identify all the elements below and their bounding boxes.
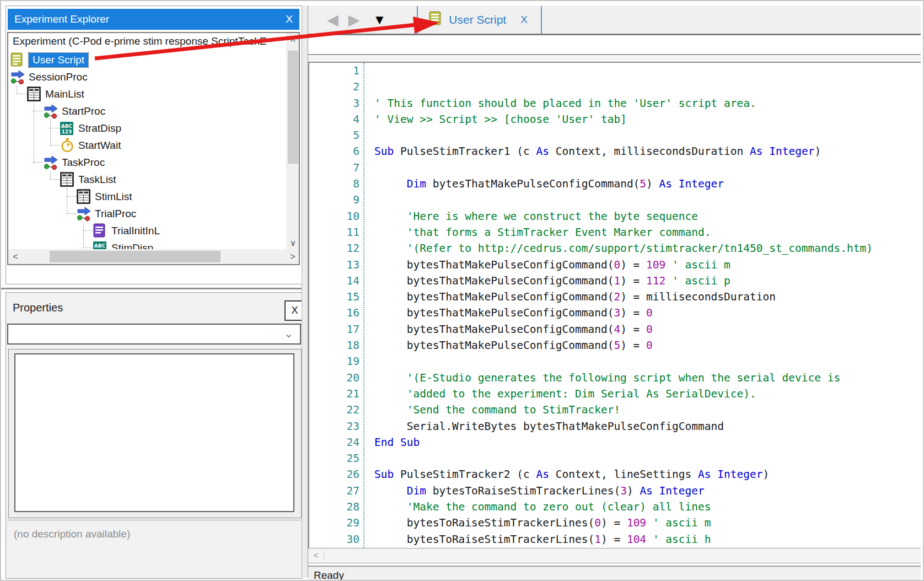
- tree-item-label: TrialProc: [95, 208, 136, 220]
- tree-item-label: TaskProc: [62, 157, 105, 169]
- line-number: 19: [309, 353, 359, 369]
- tree-item-label: StimList: [95, 191, 132, 203]
- tree-item-sessionproc[interactable]: SessionProc: [10, 68, 88, 85]
- tree-item-trialproc[interactable]: TrialProc: [77, 205, 136, 222]
- tree-connector: [50, 145, 60, 146]
- line-number: 18: [309, 337, 359, 353]
- tree-item-stratdisp[interactable]: ABC123StratDisp: [60, 120, 121, 137]
- line-number: 16: [309, 305, 359, 321]
- nav-back-icon[interactable]: ◀: [327, 11, 339, 29]
- tree-item-label: TrialInitInL: [111, 225, 160, 237]
- line-number: 9: [309, 192, 359, 208]
- code-line: bytesThatMakePulseConfigCommand(3) = 0: [374, 305, 873, 321]
- editor-horizontal-scrollbar[interactable]: <: [308, 548, 921, 563]
- textdisplay-icon: ABC123: [60, 121, 75, 136]
- inline-icon: [93, 223, 108, 238]
- code-line: 'added to the experiment: Dim Serial As …: [374, 386, 873, 402]
- code-line: [374, 127, 873, 143]
- script-editor[interactable]: 1234567891011121314151617181920212223242…: [308, 63, 921, 548]
- tree-hscroll-thumb[interactable]: [50, 251, 221, 262]
- horizontal-splitter[interactable]: [1, 288, 302, 289]
- code-line: bytesThatMakePulseConfigCommand(5) = 0: [374, 337, 873, 353]
- tree-root-item[interactable]: Experiment (C-Pod e-prime stim response …: [13, 35, 287, 47]
- tree-connector: [50, 179, 60, 180]
- tree-item-stimlist[interactable]: StimList: [77, 188, 132, 205]
- code-line: ' View >> Script >> [choose 'User' tab]: [374, 111, 873, 127]
- properties-list[interactable]: [14, 353, 294, 512]
- tree-connector: [50, 119, 51, 145]
- scroll-up-icon[interactable]: ∧: [286, 33, 300, 45]
- vertical-splitter[interactable]: [302, 6, 308, 578]
- line-number-gutter: 1234567891011121314151617181920212223242…: [309, 63, 359, 547]
- proc-icon: [77, 206, 92, 221]
- chevron-down-icon[interactable]: ⌄: [284, 327, 293, 340]
- properties-list-container: [8, 349, 302, 518]
- tree-item-startwait[interactable]: StartWait: [60, 137, 121, 154]
- tree-connector: [50, 128, 60, 128]
- tab-list-dropdown-icon[interactable]: ▼: [373, 12, 386, 28]
- user-script-tab[interactable]: User Script X: [418, 11, 539, 28]
- code-text-area[interactable]: ' This function should be placed in the …: [374, 63, 873, 547]
- code-line: End Sub: [374, 434, 873, 450]
- code-line: [374, 353, 873, 369]
- experiment-tree: Experiment (C-Pod e-prime stim response …: [7, 32, 300, 265]
- tree-item-user-script[interactable]: User Script: [10, 51, 88, 68]
- tab-close-icon[interactable]: X: [520, 14, 528, 26]
- code-line: [374, 450, 873, 466]
- tree-connector: [83, 248, 93, 248]
- code-line: '(E-Studio generates the following scrip…: [374, 370, 873, 386]
- status-text: Ready: [314, 569, 344, 581]
- code-line: [374, 160, 873, 176]
- status-bar: Ready: [308, 566, 921, 581]
- code-line: [374, 192, 873, 208]
- tree-item-label: StartProc: [62, 105, 105, 117]
- scroll-down-icon[interactable]: ∨: [286, 237, 300, 249]
- line-number: 3: [309, 95, 359, 111]
- tree-vertical-scrollbar[interactable]: ∧ ∨: [286, 33, 300, 249]
- line-number: 12: [309, 240, 359, 256]
- proc-icon: [44, 104, 58, 119]
- explorer-close-button[interactable]: X: [286, 13, 293, 25]
- tree-connector: [50, 171, 51, 179]
- tree-connector: [33, 162, 44, 163]
- tree-item-startproc[interactable]: StartProc: [44, 103, 105, 120]
- tree-item-taskproc[interactable]: TaskProc: [44, 154, 105, 171]
- properties-object-dropdown[interactable]: ⌄: [7, 324, 301, 345]
- code-line: [374, 63, 873, 79]
- tree-connector: [67, 188, 67, 213]
- code-line: ' This function should be placed in the …: [374, 95, 873, 111]
- script-icon: [10, 52, 25, 67]
- nav-forward-icon[interactable]: ▶: [348, 11, 360, 29]
- line-number: 17: [309, 321, 359, 337]
- properties-description-area: (no description available): [7, 520, 301, 577]
- tree-item-tasklist[interactable]: TaskList: [60, 171, 116, 188]
- code-line: [374, 79, 873, 95]
- e-studio-window: Experiment Explorer X Experiment (C-Pod …: [0, 0, 924, 581]
- code-line: Sub PulseStimTracker2 (c As Context, lin…: [374, 466, 873, 482]
- properties-panel: Properties X ⌄ (no description available…: [6, 292, 303, 579]
- line-number: 2: [309, 79, 359, 95]
- code-line: 'Send the command to StimTracker!: [374, 402, 873, 418]
- line-number: 29: [309, 515, 359, 531]
- list-icon: [27, 87, 42, 101]
- tree-connector: [66, 196, 77, 197]
- line-number: 13: [309, 257, 359, 273]
- code-line: bytesThatMakePulseConfigCommand(4) = 0: [374, 321, 873, 337]
- tree-item-mainlist[interactable]: MainList: [27, 85, 84, 103]
- tree-connector: [17, 86, 17, 94]
- tree-vscroll-thumb[interactable]: [288, 51, 298, 164]
- tree-item-label: StratDisp: [78, 122, 121, 135]
- scroll-left-icon[interactable]: <: [308, 551, 324, 561]
- line-number: 8: [309, 176, 359, 192]
- tree-horizontal-scrollbar[interactable]: < >: [8, 249, 300, 264]
- code-line: 'that forms a StimTracker Event Marker c…: [374, 224, 873, 240]
- tree-item-trialinitinl[interactable]: TrialInitInL: [93, 222, 160, 239]
- editor-header-strip: [308, 37, 921, 55]
- tree-connector: [83, 222, 84, 248]
- explorer-title-bar: Experiment Explorer X: [8, 9, 299, 30]
- scroll-left-icon[interactable]: <: [8, 252, 23, 262]
- code-line: bytesThatMakePulseConfigCommand(0) = 109…: [374, 257, 873, 273]
- line-number: 15: [309, 289, 359, 305]
- line-number: 7: [309, 160, 359, 176]
- scroll-right-icon[interactable]: >: [286, 252, 300, 262]
